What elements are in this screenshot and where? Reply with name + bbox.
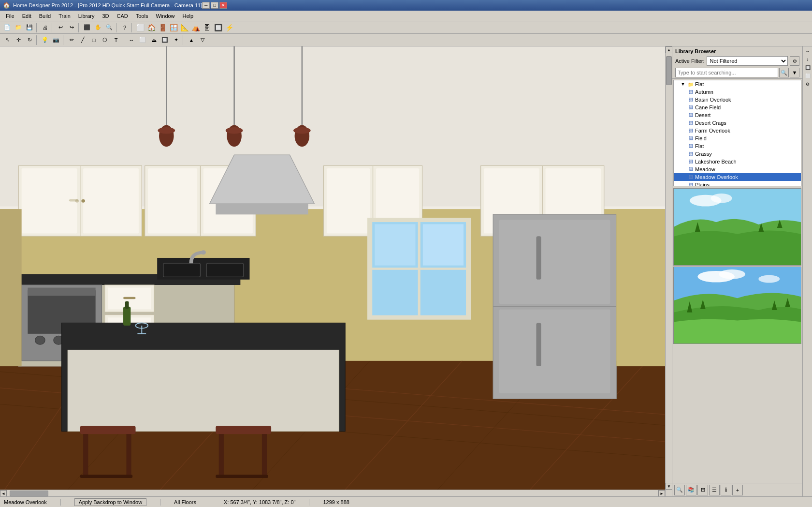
tree-item-grassy[interactable]: 🖼 Grassy <box>674 150 801 158</box>
side-btn-1[interactable]: ↔ <box>804 47 812 55</box>
tb-electric[interactable]: ⚡ <box>224 22 234 33</box>
lib-btn-grid[interactable]: ⊞ <box>697 485 708 495</box>
filter-select[interactable]: Not Filtered Interiors Exteriors <box>707 56 788 66</box>
apply-backdrop-btn[interactable]: Apply Backdrop to Window <box>74 498 146 506</box>
library-header: Library Browser Active Filter: Not Filte… <box>672 46 802 79</box>
tree-item-basin-overlook[interactable]: 🖼 Basin Overlook <box>674 96 801 104</box>
viewport-hscrollbar[interactable]: ◄ ► <box>0 490 665 496</box>
menu-3d[interactable]: 3D <box>98 11 113 21</box>
menu-build[interactable]: Build <box>35 11 55 21</box>
vscroll-up-btn[interactable]: ▲ <box>666 46 672 53</box>
side-btn-2[interactable]: ↕ <box>804 56 812 63</box>
tb2-select[interactable]: ↖ <box>2 35 13 45</box>
tb-door[interactable]: 🚪 <box>157 22 168 33</box>
tb2-rotate[interactable]: ↻ <box>24 35 35 45</box>
preview-image-2[interactable] <box>673 267 801 344</box>
lib-btn-add[interactable]: + <box>732 485 743 495</box>
close-button[interactable]: ✕ <box>219 2 227 9</box>
tree-item-flat-root[interactable]: ▼ 📁 Flat <box>674 80 801 88</box>
tb2-rect[interactable]: □ <box>88 35 99 45</box>
tb-appliance[interactable]: 🔲 <box>213 22 223 33</box>
vscroll-thumb[interactable] <box>666 56 672 85</box>
sep7 <box>63 35 65 45</box>
tree-item-desert[interactable]: 🖼 Desert <box>674 111 801 119</box>
tb2-up[interactable]: ▲ <box>186 35 197 45</box>
menu-tools[interactable]: Tools <box>132 11 152 21</box>
tb2-poly[interactable]: ⬡ <box>100 35 110 45</box>
viewport-vscrollbar[interactable]: ▲ ▼ <box>665 46 672 496</box>
tree-item-meadow[interactable]: 🖼 Meadow <box>674 165 801 173</box>
library-tree[interactable]: ▼ 📁 Flat 🖼 Autumn 🖼 Basin Overlook 🖼 Can… <box>673 80 801 186</box>
menu-edit[interactable]: Edit <box>18 11 35 21</box>
tb-roof[interactable]: ⛺ <box>190 22 201 33</box>
tb-select[interactable]: ⬛ <box>82 22 92 33</box>
search-filter-btn[interactable]: ▼ <box>790 68 799 77</box>
side-btn-5[interactable]: ⚙ <box>804 80 812 88</box>
tb-open[interactable]: 📁 <box>13 22 24 33</box>
tb2-block[interactable]: ⬜ <box>137 35 148 45</box>
menu-cad[interactable]: CAD <box>113 11 132 21</box>
tb2-object[interactable]: 🔲 <box>160 35 170 45</box>
tb2-draw[interactable]: ✏ <box>66 35 77 45</box>
tb2-light[interactable]: 💡 <box>40 35 50 45</box>
lib-btn-search[interactable]: 🔍 <box>674 485 685 495</box>
tb2-line[interactable]: ╱ <box>77 35 88 45</box>
tree-item-autumn[interactable]: 🖼 Autumn <box>674 88 801 96</box>
hscroll-right-btn[interactable]: ► <box>658 490 665 496</box>
tb-redo[interactable]: ↪ <box>66 22 77 33</box>
tree-item-cane-field[interactable]: 🖼 Cane Field <box>674 104 801 111</box>
menu-file[interactable]: File <box>2 11 18 21</box>
tb-floor[interactable]: ⬜ <box>135 22 145 33</box>
tb2-terrain[interactable]: ⛰ <box>148 35 159 45</box>
tb2-text[interactable]: T <box>111 35 121 45</box>
preview-image-1[interactable] <box>673 188 801 266</box>
hscroll-left-btn[interactable]: ◄ <box>0 490 7 496</box>
maximize-button[interactable]: □ <box>211 2 218 9</box>
tree-item-field[interactable]: 🖼 Field <box>674 134 801 142</box>
tb-help[interactable]: ? <box>119 22 130 33</box>
tb-zoom[interactable]: 🔍 <box>104 22 115 33</box>
title-bar: 🏠 Home Designer Pro 2012 - [Pro 2012 HD … <box>0 0 812 11</box>
hscroll-thumb[interactable] <box>10 491 48 496</box>
tree-item-lakeshore-beach[interactable]: 🖼 Lakeshore Beach <box>674 158 801 165</box>
menu-train[interactable]: Train <box>55 11 74 21</box>
tb-save[interactable]: 💾 <box>24 22 35 33</box>
menu-library[interactable]: Library <box>74 11 99 21</box>
tree-item-desert-crags[interactable]: 🖼 Desert Crags <box>674 119 801 127</box>
tb-print[interactable]: 🖨 <box>40 22 50 33</box>
library-previews <box>672 187 802 483</box>
menu-window[interactable]: Window <box>152 11 178 21</box>
tb-wall[interactable]: 🏠 <box>146 22 157 33</box>
tree-item-meadow-overlook[interactable]: 🖼 Meadow Overlook <box>674 173 801 181</box>
search-button[interactable]: 🔍 <box>779 68 789 77</box>
minimize-button[interactable]: ─ <box>202 2 210 9</box>
tb2-symbol[interactable]: ✦ <box>171 35 181 45</box>
tb2-down[interactable]: ▽ <box>197 35 208 45</box>
tree-item-flat[interactable]: 🖼 Flat <box>674 142 801 150</box>
item-icon: 🖼 <box>687 104 694 111</box>
tb-stair[interactable]: 📐 <box>179 22 190 33</box>
tb2-move[interactable]: ✛ <box>13 35 24 45</box>
side-btn-3[interactable]: 🔲 <box>804 64 812 72</box>
search-input[interactable] <box>675 68 778 77</box>
toolbar-secondary: ↖ ✛ ↻ 💡 📷 ✏ ╱ □ ⬡ T ↔ ⬜ ⛰ 🔲 ✦ ▲ ▽ <box>0 34 812 46</box>
tb-pan[interactable]: ✋ <box>93 22 103 33</box>
item-icon: 🖼 <box>687 112 694 119</box>
menu-help[interactable]: Help <box>179 11 198 21</box>
tb-cabinet[interactable]: 🗄 <box>202 22 212 33</box>
lib-btn-detail[interactable]: ℹ <box>721 485 731 495</box>
tb2-camera[interactable]: 📷 <box>51 35 61 45</box>
filter-config-btn[interactable]: ⚙ <box>790 56 799 66</box>
viewport-3d[interactable]: ▲ ▼ ◄ ► <box>0 46 672 496</box>
tree-item-farm-overlook[interactable]: 🖼 Farm Overlook <box>674 127 801 134</box>
tb-new[interactable]: 📄 <box>2 22 13 33</box>
tb-window[interactable]: 🪟 <box>168 22 179 33</box>
tree-item-plains[interactable]: 🖼 Plains <box>674 181 801 186</box>
side-btn-4[interactable]: ⬜ <box>804 72 812 80</box>
tb2-dim[interactable]: ↔ <box>126 35 137 45</box>
tb-undo[interactable]: ↩ <box>55 22 66 33</box>
lib-btn-list[interactable]: ☰ <box>709 485 720 495</box>
vscroll-down-btn[interactable]: ▼ <box>666 483 672 490</box>
sep4 <box>116 23 118 32</box>
lib-btn-catalog[interactable]: 📚 <box>686 485 696 495</box>
